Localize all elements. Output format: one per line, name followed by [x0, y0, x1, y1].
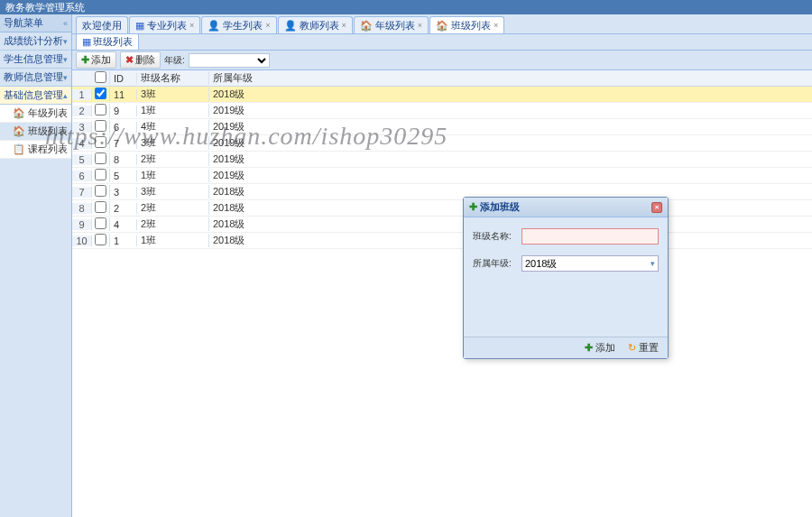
dialog-body: 班级名称: 所属年级: 2018级 ▾ [464, 217, 668, 337]
row-number: 8 [72, 203, 92, 214]
class-name-input[interactable] [521, 228, 659, 245]
row-checkbox-cell[interactable] [92, 88, 110, 101]
main-panel: 欢迎使用 ▦ 专业列表 × 👤 学生列表 × 👤 教师列表 × 🏠 年级列表 × [72, 14, 812, 517]
cell-id: 3 [110, 187, 137, 198]
row-checkbox[interactable] [95, 136, 106, 148]
sidebar-group-base[interactable]: 基础信息管理 ▴ [0, 87, 71, 105]
grade-filter-select[interactable] [189, 53, 270, 68]
sidebar-group-label: 基础信息管理 [4, 88, 63, 102]
tab-student[interactable]: 👤 学生列表 × [201, 16, 276, 33]
tab-grade[interactable]: 🏠 年级列表 × [354, 16, 429, 33]
subtab-strip: ▦ 班级列表 [72, 34, 812, 51]
cell-grade: 2019级 [209, 152, 318, 166]
cell-id: 8 [110, 154, 137, 165]
sidebar-group-label: 教师信息管理 [4, 70, 63, 84]
table-row[interactable]: 942班2018级 [72, 217, 812, 233]
row-checkbox[interactable] [95, 234, 106, 245]
list-icon: ▦ [135, 20, 144, 32]
row-checkbox-cell[interactable] [92, 169, 110, 182]
cell-name: 1班 [137, 234, 209, 247]
table-row[interactable]: 822班2018级 [72, 200, 812, 217]
cell-id: 2 [110, 203, 137, 214]
row-checkbox-cell[interactable] [92, 217, 110, 231]
table-row[interactable]: 1011班2018级 [72, 233, 812, 249]
tab-class[interactable]: 🏠 班级列表 × [429, 16, 504, 33]
delete-button[interactable]: ✖ 删除 [120, 51, 161, 69]
sidebar-item-class[interactable]: 🏠 班级列表 [0, 123, 71, 141]
close-icon[interactable]: × [189, 21, 194, 30]
x-icon: ✖ [125, 54, 134, 66]
close-icon[interactable]: × [265, 21, 270, 30]
table-row[interactable]: 651班2019级 [72, 168, 812, 184]
subtab-label: 班级列表 [93, 35, 133, 49]
row-checkbox[interactable] [95, 185, 106, 197]
chevron-down-icon: ▾ [63, 37, 68, 46]
tab-welcome[interactable]: 欢迎使用 [76, 16, 128, 33]
tab-label: 班级列表 [451, 19, 491, 32]
close-button[interactable]: × [651, 202, 662, 213]
house-icon: 🏠 [13, 125, 25, 137]
row-checkbox[interactable] [95, 201, 106, 213]
app-titlebar: 教务教学管理系统 [0, 0, 812, 14]
table-row[interactable]: 582班2019级 [72, 152, 812, 168]
table-row[interactable]: 291班2019级 [72, 103, 812, 119]
table-row[interactable]: 473班2019级 [72, 135, 812, 152]
col-name-header[interactable]: 班级名称 [137, 71, 209, 85]
col-grade-header[interactable]: 所属年级 [209, 71, 318, 85]
chevron-down-icon: ▾ [63, 73, 68, 82]
table-row[interactable]: 364班2019级 [72, 119, 812, 135]
row-checkbox[interactable] [95, 152, 106, 164]
select-all-checkbox[interactable] [95, 71, 106, 83]
tab-teacher[interactable]: 👤 教师列表 × [278, 16, 353, 33]
collapse-icon[interactable]: « [63, 19, 68, 28]
sidebar: 导航菜单 « 成绩统计分析 ▾ 学生信息管理 ▾ 教师信息管理 ▾ 基础信息管理… [0, 14, 72, 517]
row-checkbox-cell[interactable] [92, 201, 110, 215]
add-button[interactable]: ✚ 添加 [76, 51, 116, 69]
cell-grade: 2018级 [209, 88, 318, 101]
cell-grade: 2019级 [209, 104, 318, 117]
table-row[interactable]: 1113班2018级 [72, 87, 812, 103]
user-icon: 👤 [284, 20, 297, 32]
row-checkbox[interactable] [95, 217, 106, 229]
row-checkbox-cell[interactable] [92, 136, 110, 150]
house-icon: 🏠 [360, 20, 373, 32]
table-row[interactable]: 733班2018级 [72, 184, 812, 200]
row-checkbox[interactable] [95, 120, 106, 132]
toolbar: ✚ 添加 ✖ 删除 年级: [72, 51, 812, 70]
refresh-icon: ↻ [628, 342, 636, 354]
cell-name: 4班 [137, 120, 209, 134]
row-checkbox[interactable] [95, 88, 106, 99]
subtab-class[interactable]: ▦ 班级列表 [76, 33, 139, 51]
col-checkbox[interactable] [92, 71, 110, 85]
row-checkbox-cell[interactable] [92, 120, 110, 134]
sidebar-group-students[interactable]: 学生信息管理 ▾ [0, 51, 71, 69]
sidebar-item-grade[interactable]: 🏠 年级列表 [0, 105, 71, 123]
row-number: 10 [72, 235, 92, 246]
dialog-add-button[interactable]: ✚ 添加 [581, 340, 619, 355]
close-icon[interactable]: × [494, 21, 498, 30]
row-checkbox[interactable] [95, 104, 106, 115]
dialog-titlebar[interactable]: ✚ 添加班级 × [464, 198, 668, 217]
house-icon: 🏠 [13, 107, 25, 119]
sidebar-group-teachers[interactable]: 教师信息管理 ▾ [0, 69, 71, 87]
grid-header: ID 班级名称 所属年级 [72, 70, 812, 87]
row-checkbox-cell[interactable] [92, 104, 110, 117]
cell-id: 11 [110, 89, 137, 100]
col-id-header[interactable]: ID [110, 73, 137, 84]
row-checkbox[interactable] [95, 169, 106, 180]
row-checkbox-cell[interactable] [92, 152, 110, 166]
row-checkbox-cell[interactable] [92, 185, 110, 198]
dialog-reset-button[interactable]: ↻ 重置 [624, 340, 662, 355]
close-icon[interactable]: × [342, 21, 346, 30]
button-label: 删除 [135, 53, 155, 67]
tab-major[interactable]: ▦ 专业列表 × [129, 16, 200, 33]
cell-grade: 2018级 [209, 234, 318, 247]
plus-icon: ✚ [585, 342, 593, 354]
close-icon[interactable]: × [418, 21, 422, 30]
row-checkbox-cell[interactable] [92, 234, 110, 247]
sidebar-group-scores[interactable]: 成绩统计分析 ▾ [0, 32, 71, 51]
sidebar-item-course[interactable]: 📋 课程列表 [0, 141, 71, 159]
grade-filter-label: 年级: [164, 54, 185, 67]
sidebar-header-label: 导航菜单 [4, 16, 43, 30]
grade-select[interactable]: 2018级 ▾ [521, 255, 659, 272]
